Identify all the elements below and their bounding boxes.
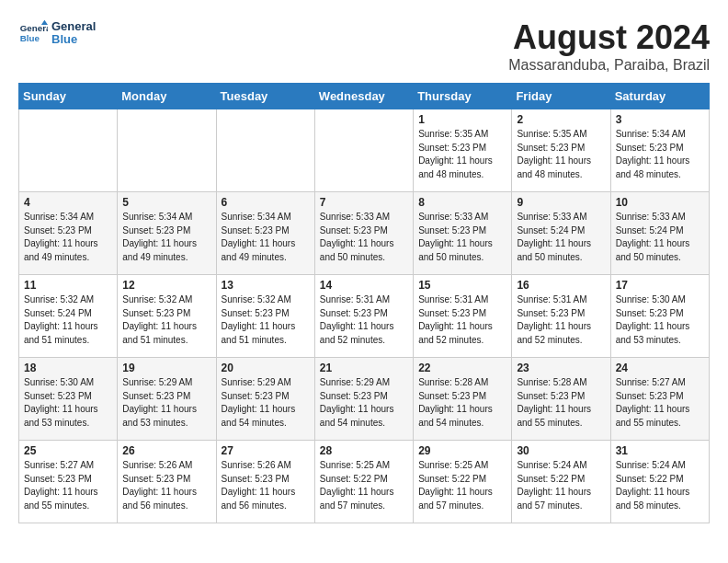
day-number: 7 — [320, 196, 408, 209]
day-number: 21 — [320, 362, 408, 374]
day-number: 22 — [418, 362, 506, 374]
calendar-table: Sunday Monday Tuesday Wednesday Thursday… — [18, 83, 710, 523]
cell-1-2 — [118, 109, 216, 192]
cell-4-4: 21Sunrise: 5:29 AM Sunset: 5:23 PM Dayli… — [314, 358, 413, 441]
header-monday: Monday — [118, 84, 216, 109]
svg-text:Blue: Blue — [20, 33, 40, 43]
day-info: Sunrise: 5:29 AM Sunset: 5:23 PM Dayligh… — [122, 376, 210, 430]
day-number: 15 — [418, 279, 506, 292]
week-row-1: 1Sunrise: 5:35 AM Sunset: 5:23 PM Daylig… — [19, 109, 710, 192]
day-info: Sunrise: 5:30 AM Sunset: 5:23 PM Dayligh… — [24, 376, 112, 430]
cell-2-6: 9Sunrise: 5:33 AM Sunset: 5:24 PM Daylig… — [512, 192, 610, 275]
logo-line1: General — [51, 20, 96, 33]
cell-4-2: 19Sunrise: 5:29 AM Sunset: 5:23 PM Dayli… — [118, 358, 216, 441]
cell-5-7: 31Sunrise: 5:24 AM Sunset: 5:22 PM Dayli… — [610, 441, 709, 523]
cell-5-6: 30Sunrise: 5:24 AM Sunset: 5:22 PM Dayli… — [512, 441, 610, 523]
logo-line2: Blue — [51, 33, 96, 46]
cell-2-3: 6Sunrise: 5:34 AM Sunset: 5:23 PM Daylig… — [216, 192, 314, 275]
cell-5-2: 26Sunrise: 5:26 AM Sunset: 5:23 PM Dayli… — [118, 441, 216, 523]
day-number: 4 — [24, 196, 112, 209]
cell-3-3: 13Sunrise: 5:32 AM Sunset: 5:23 PM Dayli… — [216, 275, 314, 358]
day-info: Sunrise: 5:31 AM Sunset: 5:23 PM Dayligh… — [320, 293, 408, 347]
cell-4-5: 22Sunrise: 5:28 AM Sunset: 5:23 PM Dayli… — [414, 358, 512, 441]
day-number: 30 — [517, 444, 605, 457]
day-info: Sunrise: 5:25 AM Sunset: 5:22 PM Dayligh… — [418, 459, 506, 512]
cell-3-6: 16Sunrise: 5:31 AM Sunset: 5:23 PM Dayli… — [512, 275, 610, 358]
day-info: Sunrise: 5:26 AM Sunset: 5:23 PM Dayligh… — [122, 459, 210, 512]
cell-2-1: 4Sunrise: 5:34 AM Sunset: 5:23 PM Daylig… — [19, 192, 118, 275]
cell-5-4: 28Sunrise: 5:25 AM Sunset: 5:22 PM Dayli… — [314, 441, 413, 523]
cell-4-3: 20Sunrise: 5:29 AM Sunset: 5:23 PM Dayli… — [216, 358, 314, 441]
week-row-2: 4Sunrise: 5:34 AM Sunset: 5:23 PM Daylig… — [19, 192, 710, 275]
header-sunday: Sunday — [19, 84, 118, 109]
cell-4-7: 24Sunrise: 5:27 AM Sunset: 5:23 PM Dayli… — [610, 358, 709, 441]
day-info: Sunrise: 5:34 AM Sunset: 5:23 PM Dayligh… — [24, 211, 112, 264]
cell-1-7: 3Sunrise: 5:34 AM Sunset: 5:23 PM Daylig… — [610, 109, 709, 192]
cell-1-3 — [216, 109, 314, 192]
day-number: 27 — [222, 444, 310, 457]
week-row-5: 25Sunrise: 5:27 AM Sunset: 5:23 PM Dayli… — [19, 441, 710, 523]
day-info: Sunrise: 5:32 AM Sunset: 5:24 PM Dayligh… — [24, 293, 112, 347]
cell-2-2: 5Sunrise: 5:34 AM Sunset: 5:23 PM Daylig… — [118, 192, 216, 275]
cell-5-1: 25Sunrise: 5:27 AM Sunset: 5:23 PM Dayli… — [19, 441, 118, 523]
day-number: 5 — [122, 196, 210, 209]
day-info: Sunrise: 5:28 AM Sunset: 5:23 PM Dayligh… — [517, 376, 605, 430]
week-row-4: 18Sunrise: 5:30 AM Sunset: 5:23 PM Dayli… — [19, 358, 710, 441]
cell-2-7: 10Sunrise: 5:33 AM Sunset: 5:24 PM Dayli… — [610, 192, 709, 275]
day-info: Sunrise: 5:33 AM Sunset: 5:23 PM Dayligh… — [320, 211, 408, 264]
cell-1-6: 2Sunrise: 5:35 AM Sunset: 5:23 PM Daylig… — [512, 109, 610, 192]
day-number: 8 — [418, 196, 506, 209]
day-info: Sunrise: 5:27 AM Sunset: 5:23 PM Dayligh… — [24, 459, 112, 512]
day-number: 19 — [122, 362, 210, 374]
cell-3-5: 15Sunrise: 5:31 AM Sunset: 5:23 PM Dayli… — [414, 275, 512, 358]
logo-icon: General Blue — [18, 18, 48, 48]
day-info: Sunrise: 5:28 AM Sunset: 5:23 PM Dayligh… — [418, 376, 506, 430]
cell-3-7: 17Sunrise: 5:30 AM Sunset: 5:23 PM Dayli… — [610, 275, 709, 358]
day-info: Sunrise: 5:34 AM Sunset: 5:23 PM Dayligh… — [222, 211, 310, 264]
title-block: August 2024 Massaranduba, Paraiba, Brazi… — [508, 18, 710, 74]
header-saturday: Saturday — [610, 84, 709, 109]
day-info: Sunrise: 5:30 AM Sunset: 5:23 PM Dayligh… — [616, 293, 704, 347]
logo: General Blue General Blue — [18, 18, 96, 48]
day-info: Sunrise: 5:33 AM Sunset: 5:24 PM Dayligh… — [517, 211, 605, 264]
header-thursday: Thursday — [414, 84, 512, 109]
cell-1-4 — [314, 109, 413, 192]
day-number: 3 — [616, 113, 704, 126]
page-header: General Blue General Blue August 2024 Ma… — [18, 18, 710, 74]
day-info: Sunrise: 5:31 AM Sunset: 5:23 PM Dayligh… — [418, 293, 506, 347]
day-info: Sunrise: 5:34 AM Sunset: 5:23 PM Dayligh… — [616, 128, 704, 181]
day-number: 31 — [616, 444, 704, 457]
day-number: 29 — [418, 444, 506, 457]
cell-1-1 — [19, 109, 118, 192]
day-info: Sunrise: 5:32 AM Sunset: 5:23 PM Dayligh… — [222, 293, 310, 347]
day-number: 16 — [517, 279, 605, 292]
day-info: Sunrise: 5:33 AM Sunset: 5:23 PM Dayligh… — [418, 211, 506, 264]
cell-2-4: 7Sunrise: 5:33 AM Sunset: 5:23 PM Daylig… — [314, 192, 413, 275]
header-tuesday: Tuesday — [216, 84, 314, 109]
cell-5-3: 27Sunrise: 5:26 AM Sunset: 5:23 PM Dayli… — [216, 441, 314, 523]
day-number: 18 — [24, 362, 112, 374]
cell-2-5: 8Sunrise: 5:33 AM Sunset: 5:23 PM Daylig… — [414, 192, 512, 275]
day-info: Sunrise: 5:33 AM Sunset: 5:24 PM Dayligh… — [616, 211, 704, 264]
day-number: 2 — [517, 113, 605, 126]
day-number: 24 — [616, 362, 704, 374]
day-number: 1 — [418, 113, 506, 126]
header-wednesday: Wednesday — [314, 84, 413, 109]
day-number: 13 — [222, 279, 310, 292]
calendar-title: August 2024 — [508, 18, 710, 57]
cell-1-5: 1Sunrise: 5:35 AM Sunset: 5:23 PM Daylig… — [414, 109, 512, 192]
weekday-header-row: Sunday Monday Tuesday Wednesday Thursday… — [19, 84, 710, 109]
day-number: 25 — [24, 444, 112, 457]
cell-3-4: 14Sunrise: 5:31 AM Sunset: 5:23 PM Dayli… — [314, 275, 413, 358]
day-info: Sunrise: 5:24 AM Sunset: 5:22 PM Dayligh… — [517, 459, 605, 512]
day-number: 14 — [320, 279, 408, 292]
day-info: Sunrise: 5:32 AM Sunset: 5:23 PM Dayligh… — [122, 293, 210, 347]
day-number: 28 — [320, 444, 408, 457]
calendar-subtitle: Massaranduba, Paraiba, Brazil — [508, 57, 710, 74]
day-info: Sunrise: 5:29 AM Sunset: 5:23 PM Dayligh… — [222, 376, 310, 430]
day-info: Sunrise: 5:34 AM Sunset: 5:23 PM Dayligh… — [122, 211, 210, 264]
day-info: Sunrise: 5:27 AM Sunset: 5:23 PM Dayligh… — [616, 376, 704, 430]
cell-4-1: 18Sunrise: 5:30 AM Sunset: 5:23 PM Dayli… — [19, 358, 118, 441]
day-number: 23 — [517, 362, 605, 374]
day-number: 11 — [24, 279, 112, 292]
